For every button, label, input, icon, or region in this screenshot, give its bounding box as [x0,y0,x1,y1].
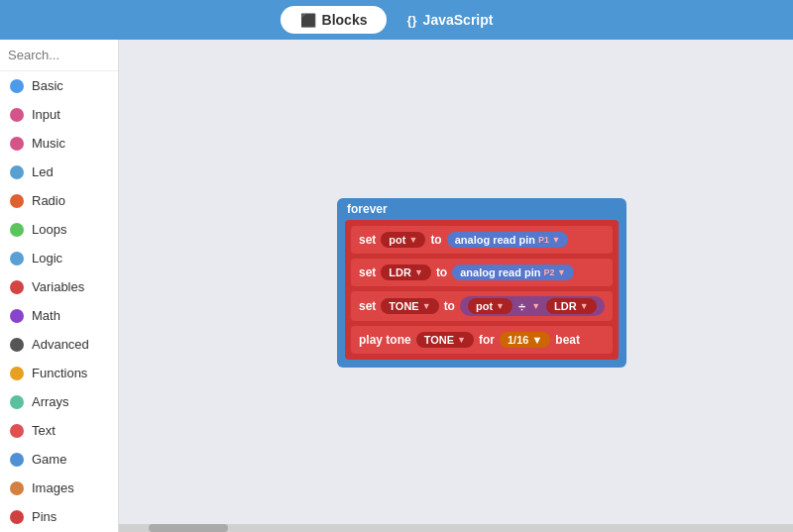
tone-pill-set[interactable]: TONE ▼ [381,298,438,314]
block-row-4[interactable]: play tone TONE ▼ for 1/16 ▼ beat [351,326,613,354]
pot-pill-2[interactable]: pot ▼ [468,298,512,314]
music-label: Music [32,136,65,151]
functions-label: Functions [32,366,87,380]
input-icon [10,108,24,122]
sidebar-item-arrays[interactable]: Arrays [0,387,118,416]
block-forever[interactable]: forever set pot ▼ to analog read pin P1 … [337,198,626,368]
images-label: Images [32,480,74,495]
sidebar-item-pins[interactable]: Pins [0,502,118,531]
text-icon [10,424,24,438]
search-input[interactable] [8,48,119,62]
analog-read-pill-2[interactable]: analog read pin P2 ▼ [452,265,574,280]
ldr-pill-2[interactable]: LDR ▼ [546,298,597,314]
math-expr-pill[interactable]: pot ▼ ÷ ▼ LDR ▼ [460,296,605,316]
variables-label: Variables [32,279,84,294]
p1-arrow: P1 ▼ [538,235,560,245]
block-row-1[interactable]: set pot ▼ to analog read pin P1 ▼ [351,226,613,254]
radio-icon [10,194,24,208]
arrays-label: Arrays [32,394,69,409]
blocks-inner: set pot ▼ to analog read pin P1 ▼ [345,220,619,360]
basic-label: Basic [32,78,63,93]
tab-js-label: JavaScript [423,12,494,28]
block-row-3[interactable]: set TONE ▼ to pot ▼ ÷ ▼ [351,291,613,321]
sidebar-item-text[interactable]: Text [0,416,118,445]
op-arrow: ▼ [531,301,540,311]
block-row-2[interactable]: set LDR ▼ to analog read pin P2 ▼ [351,259,613,286]
forever-label: forever [345,202,619,216]
tab-blocks[interactable]: ⬛ Blocks [281,6,388,34]
tone-arrow: ▼ [422,301,431,311]
game-label: Game [32,452,66,467]
sidebar-item-radio[interactable]: Radio [0,186,118,215]
logic-label: Logic [32,251,62,266]
tone-play-arrow: ▼ [457,335,466,345]
tab-blocks-label: Blocks [322,12,368,28]
pot-arrow: ▼ [408,235,417,245]
ldr-arrow: ▼ [414,267,423,277]
main-layout: 🔍 BasicInputMusicLedRadioLoopsLogicVaria… [0,40,793,532]
beat-pill[interactable]: 1/16 ▼ [500,332,550,348]
loops-icon [10,223,24,237]
beat-label: beat [555,333,580,347]
blocks-container: forever set pot ▼ to analog read pin P1 … [337,198,626,368]
pins-label: Pins [32,509,57,524]
blocks-icon: ⬛ [300,13,316,28]
sidebar-item-advanced[interactable]: Advanced [0,330,118,359]
sidebar-item-loops[interactable]: Loops [0,215,118,244]
set-label-2: set [359,266,376,279]
play-tone-label: play tone [359,333,411,347]
arrays-icon [10,395,24,409]
sidebar-item-images[interactable]: Images [0,474,118,502]
canvas-area[interactable]: forever set pot ▼ to analog read pin P1 … [119,40,793,532]
sidebar-item-basic[interactable]: Basic [0,71,118,100]
sidebar-item-math[interactable]: Math [0,301,118,330]
tab-javascript[interactable]: {} JavaScript [387,6,512,34]
sidebar-items-container: BasicInputMusicLedRadioLoopsLogicVariabl… [0,71,118,532]
advanced-label: Advanced [32,337,89,352]
variables-icon [10,280,24,294]
input-label: Input [32,107,60,122]
led-label: Led [32,164,54,179]
to-label-2: to [436,266,447,279]
radio-label: Radio [32,193,65,208]
sidebar-item-input[interactable]: Input [0,100,118,129]
p2-arrow: P2 ▼ [544,267,566,277]
analog-read-pill-1[interactable]: analog read pin P1 ▼ [447,232,569,248]
canvas-scrollbar-thumb[interactable] [149,524,228,532]
divide-symbol: ÷ [518,299,525,314]
to-label-1: to [430,233,441,247]
images-icon [10,481,24,495]
music-icon [10,137,24,151]
to-label-3: to [444,299,455,313]
sidebar-item-game[interactable]: Game [0,445,118,474]
game-icon [10,453,24,467]
functions-icon [10,367,24,380]
ldr-pill[interactable]: LDR ▼ [381,265,431,280]
math-label: Math [32,308,60,323]
text-label: Text [32,423,56,438]
pins-icon [10,510,24,524]
set-label-3: set [359,299,376,313]
sidebar-item-functions[interactable]: Functions [0,359,118,387]
tone-pill-play[interactable]: TONE ▼ [416,332,474,348]
led-icon [10,165,24,179]
canvas-scrollbar[interactable] [119,524,793,532]
basic-icon [10,79,24,93]
sidebar-item-music[interactable]: Music [0,129,118,158]
for-label: for [479,333,495,347]
sidebar-item-variables[interactable]: Variables [0,272,118,301]
logic-icon [10,252,24,266]
set-label-1: set [359,233,376,247]
advanced-icon [10,338,24,352]
header: ⬛ Blocks {} JavaScript [0,0,793,40]
js-icon: {} [406,13,416,28]
pot-pill-1[interactable]: pot ▼ [381,232,425,248]
math-icon [10,309,24,323]
sidebar-item-logic[interactable]: Logic [0,244,118,272]
sidebar-item-led[interactable]: Led [0,158,118,186]
search-bar: 🔍 [0,40,118,71]
sidebar: 🔍 BasicInputMusicLedRadioLoopsLogicVaria… [0,40,119,532]
loops-label: Loops [32,222,66,237]
